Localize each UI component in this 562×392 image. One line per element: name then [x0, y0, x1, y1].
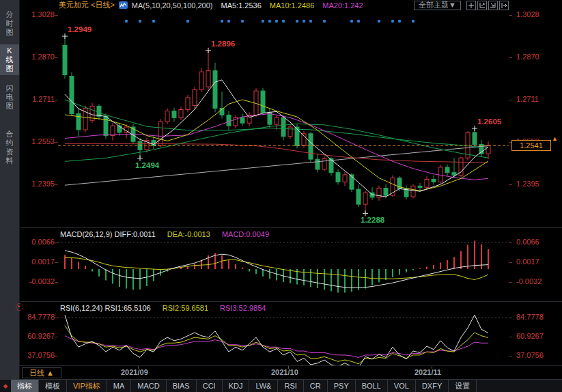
svg-text:1.2605: 1.2605: [477, 117, 502, 126]
month-tick-mark: [288, 366, 289, 369]
toolbar-item-bias[interactable]: BIAS: [167, 380, 197, 392]
toolbar-item-模板[interactable]: 模板: [39, 380, 67, 392]
main-kline-chart[interactable]: 1.29491.28961.24941.22881.2605: [0, 10, 562, 227]
month-label: 2021/10: [271, 368, 298, 376]
toolbar-item-rsi[interactable]: RSI: [278, 380, 303, 392]
sidebar-tab-2[interactable]: K线图: [0, 44, 19, 75]
period-tag: <日线>: [91, 0, 115, 10]
toolbar-item-boll[interactable]: BOLL: [356, 380, 388, 392]
ma5-value: MA5:1.2536: [221, 1, 262, 10]
month-label: 2021/09: [121, 368, 148, 376]
toolbar-item-指标[interactable]: 指标: [11, 380, 39, 392]
toolbar-item-psy[interactable]: PSY: [328, 380, 356, 392]
svg-text:1.2494: 1.2494: [135, 161, 160, 169]
right-axis-chart-icon[interactable]: [488, 1, 498, 10]
svg-text:1.2949: 1.2949: [68, 25, 92, 33]
month-tick-mark: [432, 366, 432, 369]
ma10-value: MA10:1.2486: [270, 1, 314, 10]
toolbar-item-dxfy[interactable]: DXFY: [416, 380, 449, 392]
trading-app-window: 分时图K线图闪电图合约资料 美元加元 <日线> MA(5,10,20,50,10…: [0, 0, 562, 392]
symbol-title: 美元加元: [59, 0, 89, 10]
theme-dropdown-button[interactable]: 全部主题▼: [414, 1, 461, 10]
macd-indicator-chart[interactable]: [0, 227, 562, 301]
month-label: 2021/11: [415, 368, 441, 376]
ma20-value: MA20:1.242: [322, 1, 363, 10]
month-tick-mark: [138, 366, 139, 369]
current-price-tag: 1.2541: [511, 140, 551, 151]
sidebar-tab-1[interactable]: 分时图: [0, 5, 19, 41]
sidebar-tab-3[interactable]: 闪电图: [0, 80, 19, 114]
price-up-arrow-icon: ▲: [552, 136, 558, 142]
ma-group-label: MA(5,10,20,50,100,200): [132, 1, 213, 10]
left-sidebar: 分时图K线图闪电图合约资料: [0, 0, 20, 392]
chart-header: 美元加元 <日线> MA(5,10,20,50,100,200) MA5:1.2…: [19, 0, 562, 10]
period-selector-button[interactable]: 日线 ▲: [22, 367, 61, 378]
toolbar-item-macd[interactable]: MACD: [131, 380, 166, 392]
kline-badge-icon: [119, 1, 128, 9]
toolbar-item-kdj[interactable]: KDJ: [223, 380, 250, 392]
toolbar-item-设置[interactable]: 设置: [449, 380, 477, 392]
toolbar-item-lw&[interactable]: LW&: [249, 380, 278, 392]
left-axis-chart-icon[interactable]: [477, 1, 487, 10]
toolbar-item-cci[interactable]: CCI: [197, 380, 223, 392]
svg-text:1.2288: 1.2288: [361, 216, 385, 224]
indicator-toolbar: ◆ 指标模板VIP指标MAMACDBIASCCIKDJLW&RSICRPSYBO…: [0, 379, 562, 392]
rsi-indicator-chart[interactable]: [0, 301, 562, 365]
svg-text:1.2896: 1.2896: [211, 40, 235, 48]
toolbar-item-vip指标[interactable]: VIP指标: [67, 380, 107, 392]
toolbar-corner-icon[interactable]: ◆: [0, 380, 11, 392]
toolbar-item-cr[interactable]: CR: [304, 380, 328, 392]
toolbar-item-ma[interactable]: MA: [107, 380, 132, 392]
crosshair-tool-icon[interactable]: [466, 1, 476, 10]
toolbar-item-vol[interactable]: VOL: [388, 380, 416, 392]
pop-out-icon[interactable]: [499, 1, 509, 10]
sidebar-tab-4[interactable]: 合约资料: [0, 121, 19, 174]
rsi-panel-marker-icon: [16, 303, 23, 311]
x-axis-row: 日线 ▲ 2021/092021/102021/11: [19, 365, 562, 380]
